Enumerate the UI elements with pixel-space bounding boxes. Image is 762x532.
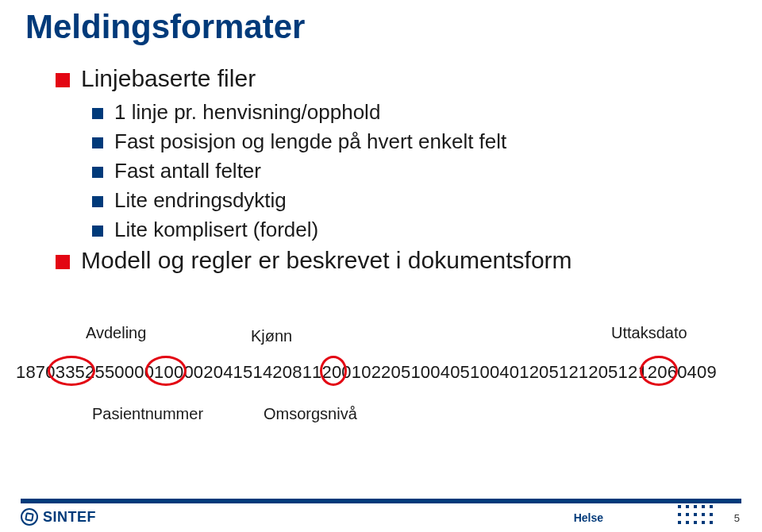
logo-text: SINTEF [43, 509, 96, 526]
oval-highlight-icon [320, 356, 347, 386]
diagram: Avdeling Kjønn Uttaksdato 18703352550000… [0, 324, 762, 467]
footer-section: Helse [574, 511, 603, 524]
label-pasientnummer: Pasientnummer [92, 405, 203, 423]
logo: SINTEF [21, 508, 96, 526]
bullet-level1: Modell og regler er beskrevet i dokument… [56, 247, 706, 274]
slide-title: Meldingsformater [25, 8, 305, 46]
bullet-text: 1 linje pr. henvisning/opphold [114, 100, 380, 125]
bullet-level2: Fast antall felter [92, 159, 706, 183]
bullet-marker-icon [92, 137, 103, 148]
label-omsorgsniva: Omsorgsnivå [264, 405, 357, 423]
bullet-marker-icon [92, 108, 103, 119]
bullet-text: Fast posisjon og lengde på hvert enkelt … [114, 129, 506, 154]
oval-highlight-icon [640, 356, 678, 386]
label-kjonn: Kjønn [251, 327, 292, 345]
bullet-level2: Fast posisjon og lengde på hvert enkelt … [92, 129, 706, 154]
slide: Meldingsformater Linjebaserte filer 1 li… [0, 0, 762, 532]
bullet-marker-icon [92, 196, 103, 207]
bullet-text: Modell og regler er beskrevet i dokument… [81, 247, 572, 274]
bullet-level2: Lite endringsdyktig [92, 188, 706, 213]
oval-highlight-icon [48, 356, 95, 386]
label-uttaksdato: Uttaksdato [611, 324, 687, 342]
bullet-text: Fast antall felter [114, 159, 261, 183]
footer: SINTEF Helse 5 [0, 499, 762, 532]
content-area: Linjebaserte filer 1 linje pr. henvisnin… [56, 65, 706, 282]
bullet-marker-icon [56, 73, 70, 87]
bullet-marker-icon [92, 226, 103, 237]
page-number: 5 [734, 512, 740, 524]
bullet-text: Lite endringsdyktig [114, 188, 287, 213]
oval-highlight-icon [145, 356, 187, 386]
logo-badge-icon [21, 508, 38, 526]
footer-dots-icon [678, 505, 714, 526]
footer-divider [21, 499, 741, 503]
data-string: 1870335255000010000204151420811200102205… [16, 362, 717, 383]
bullet-level2: 1 linje pr. henvisning/opphold [92, 100, 706, 125]
bullet-marker-icon [92, 167, 103, 178]
bullet-text: Linjebaserte filer [81, 65, 256, 92]
bullet-level2: Lite komplisert (fordel) [92, 218, 706, 242]
bullet-level1: Linjebaserte filer [56, 65, 706, 92]
label-avdeling: Avdeling [86, 324, 146, 342]
bullet-text: Lite komplisert (fordel) [114, 218, 318, 242]
bullet-marker-icon [56, 255, 70, 269]
